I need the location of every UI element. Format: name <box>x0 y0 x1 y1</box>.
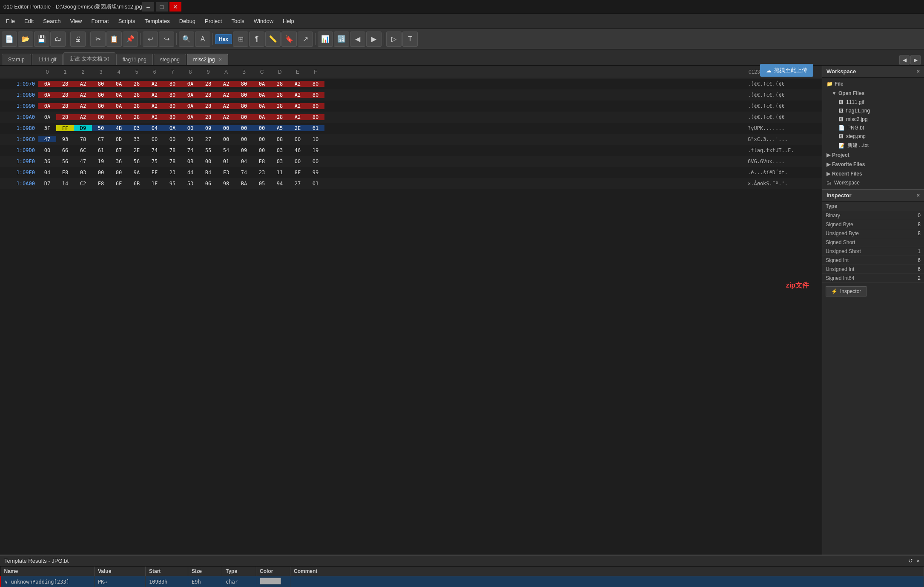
cell-0980-6[interactable]: A2 <box>146 92 164 98</box>
cell-09d0-a[interactable]: 54 <box>217 147 235 153</box>
tab-startup[interactable]: Startup <box>2 54 31 65</box>
cell-09f0-3[interactable]: 00 <box>92 170 110 176</box>
cell-09e0-e[interactable]: 00 <box>289 158 307 164</box>
cell-09f0-9[interactable]: B4 <box>199 170 217 176</box>
cell-09d0-9[interactable]: 55 <box>199 147 217 153</box>
calc-button[interactable]: 🔢 <box>334 32 349 47</box>
cell-09d0-c[interactable]: 00 <box>253 147 271 153</box>
cell-0970-1[interactable]: 28 <box>56 81 74 87</box>
cell-09e0-1[interactable]: 56 <box>56 158 74 164</box>
cell-0970-6[interactable]: A2 <box>146 81 164 87</box>
cell-0a00-0[interactable]: D7 <box>38 181 56 187</box>
chart-button[interactable]: 📊 <box>318 32 333 47</box>
cell-0970-b[interactable]: 80 <box>235 81 253 87</box>
cell-0a00-f[interactable]: 01 <box>307 181 324 187</box>
hex-mode-button[interactable]: Hex <box>215 34 232 44</box>
new-button[interactable]: 📄 <box>2 32 17 47</box>
cell-09a0-5[interactable]: 28 <box>128 114 146 120</box>
cell-09f0-1[interactable]: E8 <box>56 170 74 176</box>
cell-0980-4[interactable]: 0A <box>110 92 128 98</box>
cell-0970-a[interactable]: A2 <box>217 81 235 87</box>
cell-0a00-b[interactable]: BA <box>235 181 253 187</box>
find-button[interactable]: A <box>195 32 210 47</box>
cell-09f0-5[interactable]: 9A <box>128 170 146 176</box>
cell-09d0-f[interactable]: 19 <box>307 147 324 153</box>
cell-09a0-9[interactable]: 28 <box>199 114 217 120</box>
cell-09a0-4[interactable]: 0A <box>110 114 128 120</box>
menubar-item-templates[interactable]: Templates <box>140 16 174 26</box>
paste-button[interactable]: 📌 <box>123 32 138 47</box>
cell-0970-2[interactable]: A2 <box>74 81 92 87</box>
cell-09a0-e[interactable]: A2 <box>289 114 307 120</box>
cell-09b0-2[interactable]: D9 <box>74 125 92 131</box>
cell-09b0-4[interactable]: 4B <box>110 125 128 131</box>
cell-09b0-9[interactable]: 09 <box>199 125 217 131</box>
save-all-button[interactable]: 🗂 <box>50 32 66 47</box>
cell-09f0-2[interactable]: 03 <box>74 170 92 176</box>
cell-09d0-6[interactable]: 74 <box>146 147 164 153</box>
hex-rows[interactable]: 1:0970 0A28A280 0A28A280 0A28A280 0A28A2… <box>0 78 822 189</box>
cell-09c0-2[interactable]: 78 <box>74 136 92 142</box>
cell-09b0-7[interactable]: 0A <box>164 125 181 131</box>
cell-09a0-c[interactable]: 0A <box>253 114 271 120</box>
maximize-button[interactable]: □ <box>156 2 168 12</box>
cell-0970-f[interactable]: 80 <box>307 81 324 87</box>
cell-0980-c[interactable]: 0A <box>253 92 271 98</box>
cell-0980-9[interactable]: 28 <box>199 92 217 98</box>
cell-0980-8[interactable]: 0A <box>181 92 199 98</box>
cell-09c0-1[interactable]: 93 <box>56 136 74 142</box>
cell-09d0-1[interactable]: 66 <box>56 147 74 153</box>
tab-flag11[interactable]: flag11.png <box>116 54 153 65</box>
menubar-item-project[interactable]: Project <box>201 16 226 26</box>
cell-0990-e[interactable]: A2 <box>289 103 307 109</box>
cell-09f0-6[interactable]: EF <box>146 170 164 176</box>
cell-09e0-7[interactable]: 78 <box>164 158 181 164</box>
cell-09f0-7[interactable]: 23 <box>164 170 181 176</box>
cell-0a00-7[interactable]: 95 <box>164 181 181 187</box>
cell-09b0-3[interactable]: 50 <box>92 125 110 131</box>
cell-0980-3[interactable]: 80 <box>92 92 110 98</box>
cell-09f0-0[interactable]: 04 <box>38 170 56 176</box>
cell-09a0-f[interactable]: 80 <box>307 114 324 120</box>
undo-button[interactable]: ↩ <box>143 32 158 47</box>
cell-09b0-a[interactable]: 00 <box>217 125 235 131</box>
cell-09d0-d[interactable]: 03 <box>271 147 289 153</box>
cell-0a00-8[interactable]: 53 <box>181 181 199 187</box>
cell-0a00-d[interactable]: 94 <box>271 181 289 187</box>
cell-09b0-8[interactable]: 00 <box>181 125 199 131</box>
cell-0980-d[interactable]: 28 <box>271 92 289 98</box>
cut-button[interactable]: ✂ <box>90 32 106 47</box>
para-button[interactable]: ¶ <box>249 32 264 47</box>
cell-09c0-0[interactable]: 47 <box>38 136 56 142</box>
cell-0970-8[interactable]: 0A <box>181 81 199 87</box>
cell-0970-e[interactable]: A2 <box>289 81 307 87</box>
cell-09c0-e[interactable]: 00 <box>289 136 307 142</box>
cell-09d0-e[interactable]: 46 <box>289 147 307 153</box>
jump-button[interactable]: ↗ <box>298 32 313 47</box>
cell-09e0-5[interactable]: 56 <box>128 158 146 164</box>
cell-09b0-1[interactable]: FF <box>56 125 74 131</box>
cell-0990-b[interactable]: 80 <box>235 103 253 109</box>
cell-09a0-6[interactable]: A2 <box>146 114 164 120</box>
cell-0970-4[interactable]: 0A <box>110 81 128 87</box>
cell-09f0-f[interactable]: 99 <box>307 170 324 176</box>
cell-0980-e[interactable]: A2 <box>289 92 307 98</box>
nav-back-button[interactable]: ◀ <box>350 32 365 47</box>
cell-09c0-5[interactable]: 33 <box>128 136 146 142</box>
redo-button[interactable]: ↪ <box>159 32 174 47</box>
menubar-item-file[interactable]: File <box>2 16 19 26</box>
minimize-button[interactable]: – <box>142 2 154 12</box>
cell-09c0-b[interactable]: 00 <box>235 136 253 142</box>
cell-09a0-1[interactable]: 28 <box>56 114 74 120</box>
tab-scroll-right[interactable]: ▶ <box>910 55 921 65</box>
cell-09d0-b[interactable]: 09 <box>235 147 253 153</box>
cell-09c0-6[interactable]: 00 <box>146 136 164 142</box>
cell-09d0-2[interactable]: 6C <box>74 147 92 153</box>
cell-09b0-d[interactable]: A5 <box>271 125 289 131</box>
cell-09b0-b[interactable]: 00 <box>235 125 253 131</box>
cell-09e0-c[interactable]: E8 <box>253 158 271 164</box>
tab-1111gif[interactable]: 1111.gif <box>32 54 63 65</box>
menubar-item-help[interactable]: Help <box>278 16 298 26</box>
cell-09f0-e[interactable]: 8F <box>289 170 307 176</box>
cell-09e0-9[interactable]: 00 <box>199 158 217 164</box>
